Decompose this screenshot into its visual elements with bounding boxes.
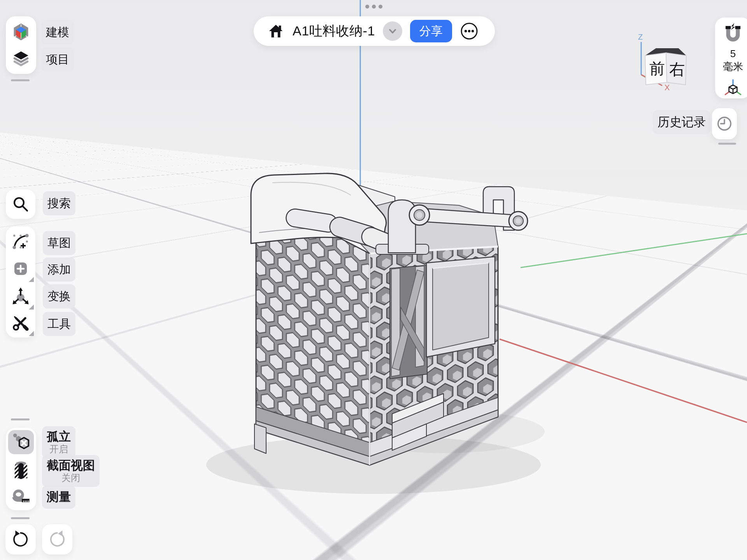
viewcube-front-text: 前 <box>649 60 665 77</box>
undo-icon <box>11 530 30 549</box>
nav-panel <box>6 16 36 74</box>
tools-button[interactable] <box>11 313 31 333</box>
clock-icon <box>715 115 733 133</box>
history-button[interactable] <box>712 108 737 139</box>
window-drag-indicator[interactable] <box>365 5 382 9</box>
search-button[interactable] <box>6 189 35 219</box>
magnet-icon <box>722 23 743 44</box>
dot <box>365 5 369 9</box>
dot <box>372 5 376 9</box>
model-window-panel[interactable] <box>433 263 489 350</box>
add-button[interactable] <box>11 259 31 279</box>
chevron-down-icon <box>386 24 399 38</box>
title-menu-button[interactable] <box>383 21 402 41</box>
app-window: 建模 项目 A1吐料收纳-1 分享 Z <box>0 0 747 560</box>
measure-button[interactable] <box>11 485 31 506</box>
snap-panel: 5 毫米 <box>715 18 747 98</box>
divider <box>11 418 30 420</box>
sketch-icon <box>11 231 31 251</box>
section-view-label: 截面视图 关闭 <box>42 455 100 487</box>
dot <box>379 5 382 9</box>
transform-label: 变换 <box>43 284 75 308</box>
viewcube-right-text: 右 <box>669 61 685 78</box>
axis-cube-icon <box>723 77 743 97</box>
tool-panel <box>6 226 35 338</box>
divider <box>11 517 30 519</box>
transform-icon <box>11 286 31 306</box>
divider <box>718 143 736 145</box>
snap-value: 5 <box>730 48 736 60</box>
redo-button[interactable] <box>42 524 72 555</box>
snap-unit: 毫米 <box>723 60 743 74</box>
submenu-indicator <box>29 304 34 310</box>
more-options-button[interactable] <box>460 22 479 40</box>
measure-icon <box>11 485 31 506</box>
history-label: 历史记录 <box>653 110 710 134</box>
shapr-modeling-icon <box>11 22 31 42</box>
title-bar: A1吐料收纳-1 分享 <box>254 16 495 46</box>
tools-icon <box>11 313 31 333</box>
model-left-notch[interactable] <box>254 424 266 453</box>
home-icon <box>267 22 285 40</box>
orientation-button[interactable] <box>723 77 743 97</box>
isolate-label: 孤立 开启 <box>42 426 75 458</box>
view-cube[interactable]: Z X 前 右 <box>633 31 696 93</box>
transform-button[interactable] <box>11 286 31 306</box>
submenu-indicator <box>29 277 34 282</box>
search-label: 搜索 <box>43 191 75 215</box>
section-view-button[interactable] <box>11 460 31 480</box>
x-axis-line <box>500 339 747 422</box>
viewcube-x-label: X <box>665 83 670 92</box>
sketch-button[interactable] <box>11 231 31 251</box>
undo-button[interactable] <box>5 524 36 555</box>
projects-label: 项目 <box>41 47 74 72</box>
share-button[interactable]: 分享 <box>410 20 452 42</box>
isolate-icon <box>11 431 31 452</box>
redo-icon <box>47 530 67 549</box>
divider <box>11 79 30 81</box>
snap-toggle-button[interactable] <box>722 23 743 44</box>
add-icon <box>11 259 30 278</box>
layers-icon <box>11 49 31 69</box>
view-tools-panel <box>6 428 36 510</box>
modeling-label: 建模 <box>41 20 74 44</box>
projects-tab[interactable] <box>11 49 31 69</box>
home-button[interactable] <box>267 22 285 40</box>
sketch-label: 草图 <box>43 231 75 255</box>
submenu-indicator <box>29 331 34 336</box>
document-title: A1吐料收纳-1 <box>293 22 375 40</box>
modeling-tab[interactable] <box>11 22 31 42</box>
add-label: 添加 <box>43 257 75 282</box>
measure-label: 测量 <box>42 485 75 509</box>
tools-label: 工具 <box>43 312 75 336</box>
y-axis-line <box>521 234 747 268</box>
model-crank-post[interactable] <box>388 200 416 253</box>
isolate-button[interactable] <box>11 432 31 452</box>
viewcube-z-label: Z <box>638 33 643 41</box>
section-view-icon <box>11 460 31 480</box>
model-basket[interactable] <box>251 173 528 465</box>
search-icon <box>11 195 30 214</box>
ellipsis-circle-icon <box>460 22 479 40</box>
